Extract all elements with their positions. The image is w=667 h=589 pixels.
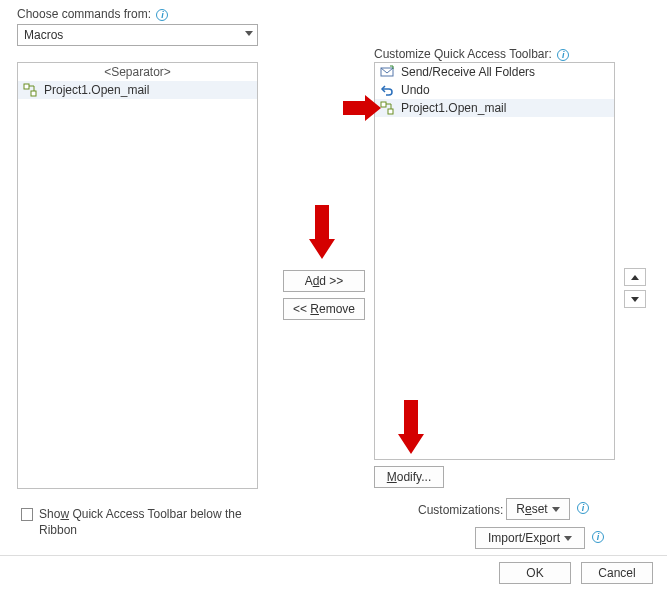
choose-commands-label: Choose commands from: <box>17 7 151 21</box>
info-icon[interactable]: i <box>156 9 168 21</box>
annotation-arrow-icon <box>307 205 337 261</box>
show-qat-below-ribbon-label: Show Quick Access Toolbar below the Ribb… <box>39 506 261 538</box>
cancel-button-label: Cancel <box>598 566 635 580</box>
list-item[interactable]: <Separator> <box>18 63 257 81</box>
svg-marker-10 <box>309 205 335 259</box>
modify-button[interactable]: Modify... <box>374 466 444 488</box>
move-down-button[interactable] <box>624 290 646 308</box>
show-qat-below-ribbon-checkbox[interactable] <box>21 508 33 521</box>
list-item[interactable]: Project1.Open_mail <box>375 99 614 117</box>
modify-button-label: Modify... <box>387 470 431 484</box>
divider <box>0 555 667 556</box>
list-item[interactable]: Project1.Open_mail <box>18 81 257 99</box>
chevron-down-icon <box>245 31 253 39</box>
add-button-label: Add >> <box>305 274 344 288</box>
reset-button[interactable]: Reset <box>506 498 570 520</box>
chevron-down-icon <box>631 297 639 302</box>
info-icon[interactable]: i <box>577 502 589 514</box>
commands-from-select[interactable]: Macros <box>17 24 258 46</box>
cancel-button[interactable]: Cancel <box>581 562 653 584</box>
import-export-button-label: Import/Export <box>488 531 560 545</box>
list-item-label: Send/Receive All Folders <box>401 65 535 79</box>
customizations-label: Customizations: <box>418 503 503 517</box>
remove-button-label: << Remove <box>293 302 355 316</box>
svg-rect-0 <box>24 84 29 89</box>
svg-rect-6 <box>388 109 393 114</box>
qat-listbox[interactable]: Send/Receive All Folders Undo Project1.O… <box>374 62 615 460</box>
svg-rect-1 <box>31 91 36 96</box>
import-export-button[interactable]: Import/Export <box>475 527 585 549</box>
info-icon[interactable]: i <box>557 49 569 61</box>
reset-button-label: Reset <box>516 502 547 516</box>
customize-qat-label: Customize Quick Access Toolbar: <box>374 47 552 61</box>
add-button[interactable]: Add >> <box>283 270 365 292</box>
undo-icon <box>379 82 395 98</box>
chevron-up-icon <box>631 275 639 280</box>
list-item-label: Project1.Open_mail <box>44 83 149 97</box>
ok-button-label: OK <box>526 566 543 580</box>
chevron-down-icon <box>552 507 560 512</box>
macro-icon <box>22 82 38 98</box>
chevron-down-icon <box>564 536 572 541</box>
commands-listbox[interactable]: <Separator> Project1.Open_mail <box>17 62 258 489</box>
send-receive-icon <box>379 64 395 80</box>
separator-item-label: <Separator> <box>22 65 253 79</box>
list-item-label: Undo <box>401 83 430 97</box>
svg-rect-5 <box>381 102 386 107</box>
macro-icon <box>379 100 395 116</box>
remove-button[interactable]: << Remove <box>283 298 365 320</box>
info-icon[interactable]: i <box>592 531 604 543</box>
commands-from-value: Macros <box>24 28 63 42</box>
list-item[interactable]: Send/Receive All Folders <box>375 63 614 81</box>
ok-button[interactable]: OK <box>499 562 571 584</box>
move-up-button[interactable] <box>624 268 646 286</box>
list-item[interactable]: Undo <box>375 81 614 99</box>
list-item-label: Project1.Open_mail <box>401 101 506 115</box>
